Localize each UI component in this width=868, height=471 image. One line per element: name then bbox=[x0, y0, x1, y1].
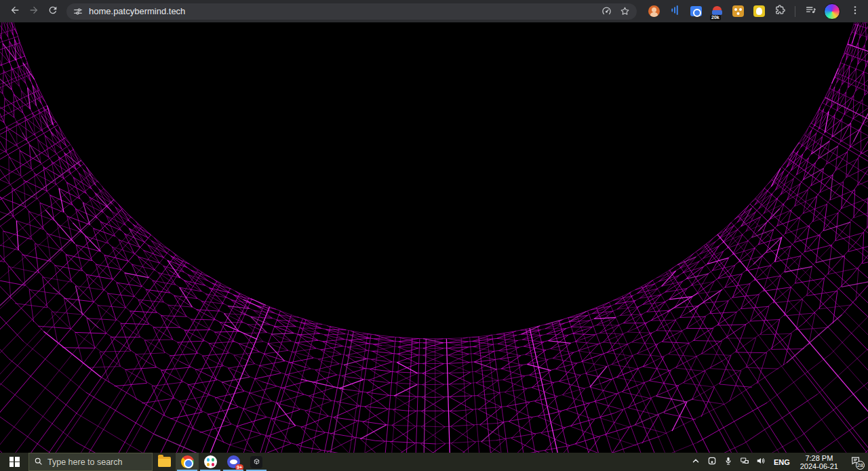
back-button[interactable] bbox=[5, 2, 24, 21]
address-bar[interactable]: home.patcybermind.tech bbox=[66, 3, 637, 20]
speaker-icon bbox=[756, 456, 766, 468]
string-art-pattern bbox=[0, 22, 868, 453]
windows-logo-icon bbox=[9, 457, 20, 467]
performance-gauge-icon[interactable] bbox=[601, 6, 612, 16]
search-placeholder: Type here to search bbox=[47, 457, 122, 467]
extensions-area: 20k bbox=[646, 3, 863, 20]
camera-icon bbox=[690, 6, 702, 16]
chevron-up-icon bbox=[691, 456, 701, 468]
forward-icon bbox=[28, 5, 39, 18]
desktop-screen: home.patcybermind.tech bbox=[0, 0, 868, 471]
extension-with-badge[interactable]: 20k bbox=[709, 4, 724, 19]
media-list-icon bbox=[805, 4, 816, 18]
discord-notification-badge: 9+ bbox=[235, 464, 243, 470]
slack-icon bbox=[204, 455, 217, 468]
cube-app-icon bbox=[250, 456, 262, 468]
browser-menu-button[interactable] bbox=[848, 4, 863, 19]
three-dots-icon bbox=[850, 5, 861, 18]
bookmark-star-icon[interactable] bbox=[620, 6, 630, 16]
tray-app-button[interactable] bbox=[705, 453, 719, 471]
url-text[interactable]: home.patcybermind.tech bbox=[89, 6, 185, 16]
site-settings-icon[interactable] bbox=[73, 7, 83, 16]
taskbar-dark-app[interactable] bbox=[245, 453, 268, 471]
ethernet-network-icon bbox=[740, 456, 749, 468]
microphone-tray-button[interactable] bbox=[722, 453, 735, 471]
language-indicator[interactable]: ENG bbox=[770, 458, 793, 466]
taskbar-slack[interactable] bbox=[199, 453, 222, 471]
taskbar-chrome[interactable] bbox=[176, 453, 199, 471]
windows-taskbar: Type here to search 9+ bbox=[0, 453, 868, 471]
search-icon bbox=[34, 456, 43, 468]
extension-avatar-orange[interactable] bbox=[646, 4, 661, 19]
extension-amber[interactable] bbox=[730, 4, 745, 19]
chrome-icon bbox=[181, 455, 194, 468]
extension-read-aloud[interactable] bbox=[667, 4, 682, 19]
show-hidden-icons-button[interactable] bbox=[689, 453, 703, 471]
extensions-menu-button[interactable] bbox=[772, 4, 787, 19]
taskbar-search[interactable]: Type here to search bbox=[28, 453, 153, 471]
extension-screenshot[interactable] bbox=[688, 4, 703, 19]
yellow-blob-icon bbox=[753, 5, 765, 17]
puzzle-piece-icon bbox=[774, 4, 786, 18]
system-tray: ENG 7:28 PM 2024-06-21 28 bbox=[689, 453, 868, 471]
folder-icon bbox=[158, 457, 171, 467]
webpage-content bbox=[0, 22, 868, 453]
clock[interactable]: 7:28 PM 2024-06-21 bbox=[796, 454, 842, 470]
extension-yellow[interactable] bbox=[751, 4, 766, 19]
taskbar-file-explorer[interactable] bbox=[153, 453, 176, 471]
sound-waves-icon bbox=[669, 4, 681, 19]
forward-button[interactable] bbox=[24, 2, 43, 21]
notification-count-badge: 28 bbox=[856, 461, 865, 470]
volume-tray-button[interactable] bbox=[754, 453, 768, 471]
rounded-square-dot-icon bbox=[707, 456, 717, 468]
microphone-icon bbox=[724, 456, 733, 468]
start-button[interactable] bbox=[0, 453, 28, 471]
reload-button[interactable] bbox=[43, 2, 62, 21]
browser-toolbar: home.patcybermind.tech bbox=[0, 0, 868, 22]
extension-badge: 20k bbox=[710, 15, 721, 20]
media-controls-button[interactable] bbox=[803, 4, 818, 19]
clock-date: 2024-06-21 bbox=[800, 462, 838, 470]
profile-avatar[interactable] bbox=[824, 3, 840, 20]
toolbar-separator bbox=[795, 6, 795, 17]
network-tray-button[interactable] bbox=[738, 453, 751, 471]
clock-time: 7:28 PM bbox=[800, 454, 838, 462]
reload-icon bbox=[47, 5, 58, 18]
notification-center-button[interactable]: 28 bbox=[845, 453, 865, 471]
back-icon bbox=[9, 5, 20, 18]
orange-person-icon bbox=[648, 5, 660, 17]
taskbar-spacer bbox=[268, 453, 689, 471]
amber-dots-icon bbox=[732, 5, 744, 17]
taskbar-discord[interactable]: 9+ bbox=[222, 453, 245, 471]
